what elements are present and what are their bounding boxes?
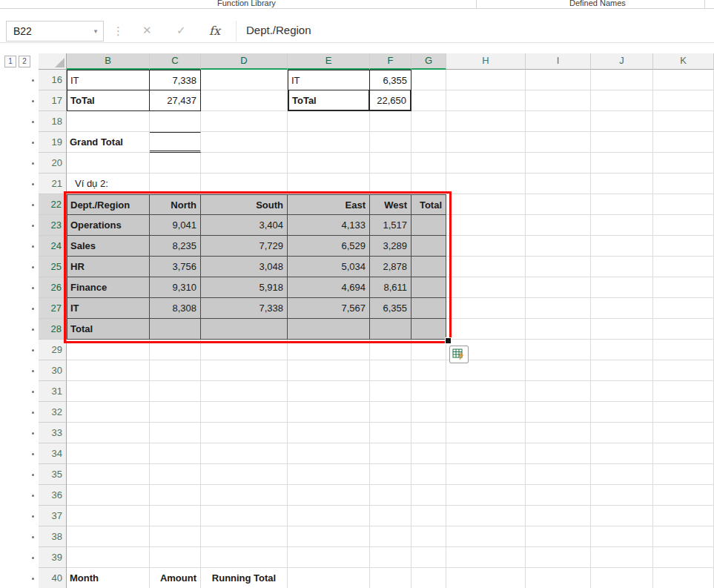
cell-F25[interactable]: 2,878 <box>370 257 411 277</box>
cell-J36[interactable] <box>591 485 653 506</box>
row-header-33[interactable]: 33 <box>39 423 67 443</box>
cell-B28[interactable]: Total <box>67 319 150 340</box>
cell-B27[interactable]: IT <box>67 298 150 319</box>
cell-K28[interactable] <box>653 319 714 340</box>
cell-F31[interactable] <box>370 381 411 402</box>
cell-G17[interactable] <box>411 90 446 111</box>
quick-analysis-button[interactable] <box>449 346 469 363</box>
cell-H24[interactable] <box>446 236 526 257</box>
cell-J34[interactable] <box>591 443 653 464</box>
cell-F32[interactable] <box>370 402 411 423</box>
cell-J40[interactable] <box>591 568 653 588</box>
name-box-value[interactable]: B22 <box>7 25 88 37</box>
cell-I24[interactable] <box>526 236 591 257</box>
cell-D27[interactable]: 7,338 <box>201 298 288 319</box>
cell-G29[interactable] <box>411 340 446 360</box>
cell-F27[interactable]: 6,355 <box>370 298 411 319</box>
cell-G33[interactable] <box>411 423 446 443</box>
cell-G32[interactable] <box>411 402 446 423</box>
cell-K31[interactable] <box>653 381 714 402</box>
select-all-corner[interactable] <box>39 53 67 70</box>
cell-D29[interactable] <box>201 340 288 360</box>
cell-E18[interactable] <box>288 111 370 132</box>
cell-H35[interactable] <box>446 464 526 485</box>
cell-G16[interactable] <box>411 70 446 90</box>
cell-G26[interactable] <box>411 277 446 298</box>
cell-E31[interactable] <box>288 381 370 402</box>
cell-G40[interactable] <box>411 568 446 588</box>
cell-E30[interactable] <box>288 360 370 381</box>
row-header-35[interactable]: 35 <box>39 464 67 485</box>
row-header-38[interactable]: 38 <box>39 526 67 547</box>
cell-B30[interactable] <box>67 360 150 381</box>
row-header-21[interactable]: 21 <box>39 174 67 194</box>
name-box[interactable]: B22 ▾ <box>6 21 104 42</box>
cell-B29[interactable] <box>67 340 150 360</box>
cell-I25[interactable] <box>526 257 591 277</box>
cell-B24[interactable]: Sales <box>67 236 150 257</box>
cell-C25[interactable]: 3,756 <box>150 257 201 277</box>
cell-B19[interactable]: Grand Total <box>67 132 150 153</box>
cell-F33[interactable] <box>370 423 411 443</box>
cell-K18[interactable] <box>653 111 714 132</box>
cell-E33[interactable] <box>288 423 370 443</box>
cell-E27[interactable]: 7,567 <box>288 298 370 319</box>
cell-D30[interactable] <box>201 360 288 381</box>
cell-G38[interactable] <box>411 526 446 547</box>
cell-H23[interactable] <box>446 215 526 236</box>
cell-C20[interactable] <box>150 153 201 174</box>
row-header-17[interactable]: 17 <box>39 90 67 111</box>
cell-H34[interactable] <box>446 443 526 464</box>
cell-K40[interactable] <box>653 568 714 588</box>
column-header-G[interactable]: G <box>411 53 446 70</box>
row-header-32[interactable]: 32 <box>39 402 67 423</box>
row-header-25[interactable]: 25 <box>39 257 67 277</box>
cell-D24[interactable]: 7,729 <box>201 236 288 257</box>
cell-C26[interactable]: 9,310 <box>150 277 201 298</box>
cell-H26[interactable] <box>446 277 526 298</box>
formula-input[interactable]: Dept./Region <box>246 24 311 36</box>
cell-J38[interactable] <box>591 526 653 547</box>
cell-H32[interactable] <box>446 402 526 423</box>
cell-K21[interactable] <box>653 174 714 194</box>
cell-B22[interactable]: Dept./Region <box>67 194 150 215</box>
cell-I30[interactable] <box>526 360 591 381</box>
cell-D37[interactable] <box>201 506 288 526</box>
cell-I16[interactable] <box>526 70 591 90</box>
cell-H28[interactable] <box>446 319 526 340</box>
outline-level-1-button[interactable]: 1 <box>4 56 16 67</box>
column-header-F[interactable]: F <box>370 53 411 70</box>
row-header-22[interactable]: 22 <box>39 194 67 215</box>
cell-I17[interactable] <box>526 90 591 111</box>
cell-B18[interactable] <box>67 111 150 132</box>
cell-E20[interactable] <box>288 153 370 174</box>
cell-H40[interactable] <box>446 568 526 588</box>
cell-G37[interactable] <box>411 506 446 526</box>
cell-J25[interactable] <box>591 257 653 277</box>
cell-G31[interactable] <box>411 381 446 402</box>
cell-B25[interactable]: HR <box>67 257 150 277</box>
cell-E29[interactable] <box>288 340 370 360</box>
cell-I31[interactable] <box>526 381 591 402</box>
cell-H36[interactable] <box>446 485 526 506</box>
cell-J26[interactable] <box>591 277 653 298</box>
cell-D33[interactable] <box>201 423 288 443</box>
cell-F40[interactable] <box>370 568 411 588</box>
cell-K22[interactable] <box>653 194 714 215</box>
cell-D36[interactable] <box>201 485 288 506</box>
row-header-18[interactable]: 18 <box>39 111 67 132</box>
cell-F35[interactable] <box>370 464 411 485</box>
cell-E22[interactable]: East <box>288 194 370 215</box>
cell-C31[interactable] <box>150 381 201 402</box>
cell-B31[interactable] <box>67 381 150 402</box>
cell-B38[interactable] <box>67 526 150 547</box>
cell-C32[interactable] <box>150 402 201 423</box>
cell-J29[interactable] <box>591 340 653 360</box>
cell-G25[interactable] <box>411 257 446 277</box>
outline-level-2-button[interactable]: 2 <box>19 56 30 67</box>
cell-K19[interactable] <box>653 132 714 153</box>
cell-E26[interactable]: 4,694 <box>288 277 370 298</box>
cell-J21[interactable] <box>591 174 653 194</box>
cell-I39[interactable] <box>526 547 591 568</box>
cancel-icon[interactable]: ✕ <box>142 24 152 37</box>
